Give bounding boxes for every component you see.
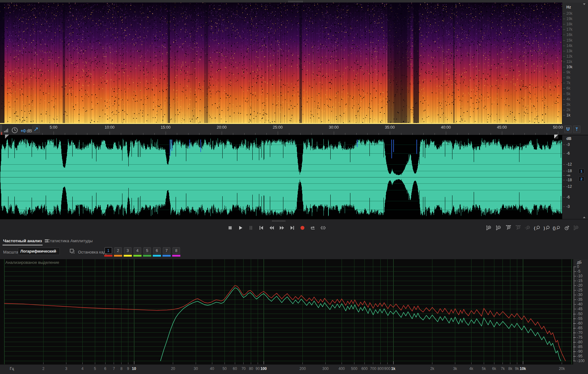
record-button[interactable] — [298, 224, 307, 232]
fade-out-handle[interactable] — [554, 135, 558, 139]
hold-frame-8[interactable]: 8 — [172, 247, 180, 257]
panel-drag-bar[interactable] — [0, 0, 588, 3]
freq-axis-label: 300 — [322, 366, 329, 371]
freq-label: 2k — [566, 108, 570, 112]
freq-axis-label: 400 — [338, 366, 345, 371]
rewind-button[interactable] — [267, 224, 276, 232]
freq-axis-label: 60 — [233, 366, 237, 371]
zoom-in-vertical-button[interactable] — [485, 224, 493, 232]
hold-frame-4[interactable]: 4 — [133, 247, 142, 257]
amplitude-scale[interactable]: dB -3-6-12-18-∞-18-12-6-312 — [562, 135, 588, 219]
fast-forward-button[interactable] — [278, 224, 286, 232]
freq-axis-label: 30 — [194, 366, 198, 371]
copy-graph-button[interactable] — [69, 248, 75, 256]
hold-frame-button-3[interactable]: 3 — [124, 247, 132, 254]
hold-frame-2[interactable]: 2 — [114, 247, 122, 257]
db-scale-title: dB — [566, 136, 571, 141]
db-label: -18 — [566, 178, 572, 182]
hold-frame-6[interactable]: 6 — [153, 247, 161, 257]
pin-playhead-button[interactable] — [32, 126, 40, 133]
snap-toggle-button[interactable] — [564, 126, 572, 133]
skip-forward-button[interactable] — [288, 224, 296, 232]
zoom-out-vertical-button[interactable] — [494, 224, 503, 232]
freq-axis-label: 600 — [361, 366, 368, 371]
freq-tick — [563, 19, 565, 19]
pause-button[interactable] — [247, 224, 255, 232]
hold-frame-button-8[interactable]: 8 — [173, 247, 180, 254]
freq-tick — [563, 110, 565, 110]
drag-handle-dots[interactable] — [288, 1, 303, 2]
freq-tick — [563, 62, 565, 62]
timeline-ruler-row[interactable]: +0dB 5:0010:0015:0020:0025:0030:0035:004… — [0, 124, 588, 135]
marker-button[interactable] — [573, 126, 580, 133]
zoom-selection-button[interactable]: {} — [553, 224, 561, 232]
db-axis-label: -30 — [577, 293, 582, 297]
loop-playback-button[interactable] — [309, 224, 317, 232]
ruler-time-label: 35:00 — [385, 125, 395, 130]
zoom-out-horizontal-button[interactable] — [514, 224, 522, 232]
drag-handle-dots[interactable] — [272, 220, 286, 222]
panel-grip[interactable] — [0, 125, 2, 135]
waveform-canvas[interactable] — [0, 135, 562, 219]
freq-axis-label: 200 — [300, 366, 306, 371]
db-label: -12 — [566, 162, 572, 167]
zoom-in-point-icon — [535, 225, 541, 231]
hold-frame-button-7[interactable]: 7 — [163, 247, 170, 254]
zoom-reset-button[interactable] — [524, 224, 532, 232]
scrollbar-up-arrow-icon[interactable] — [583, 3, 585, 5]
zoom-vertical-selection-button[interactable] — [572, 224, 580, 232]
freq-axis-label: 9k — [515, 366, 519, 371]
zoom-timed-button[interactable] — [562, 224, 571, 232]
freq-scale-title: Hz — [566, 5, 571, 9]
skip-back-button[interactable] — [257, 224, 265, 232]
frequency-scale[interactable]: Hz 20k19k18k17k16k15k14k13k12k11k10k9k8k… — [562, 3, 588, 124]
channel-badge-1[interactable]: 1 — [579, 169, 584, 174]
db-axis-label: -50 — [577, 312, 582, 316]
level-meter-icon[interactable] — [4, 128, 9, 134]
db-axis-label: -80 — [577, 340, 582, 344]
hold-frame-button-6[interactable]: 6 — [153, 247, 161, 254]
hold-frame-button-5[interactable]: 5 — [143, 247, 151, 254]
hold-frame-button-4[interactable]: 4 — [134, 247, 141, 254]
skip-selection-button[interactable] — [319, 224, 327, 232]
spectrogram-canvas[interactable] — [0, 3, 562, 124]
hold-frame-1[interactable]: 1 — [104, 247, 112, 257]
gain-control[interactable]: +0dB — [21, 128, 32, 134]
freq-label: 11k — [566, 59, 572, 64]
db-tick — [563, 187, 565, 187]
freq-axis-label: 40 — [210, 366, 214, 371]
tab-label: Частотный анализ — [3, 238, 42, 243]
chart-frequency-axis: Гц 2345678910203040506070809010020030040… — [0, 364, 573, 374]
scrollbar-down-arrow-icon[interactable] — [583, 217, 585, 218]
ruler-time-label: 20:00 — [217, 125, 226, 130]
freq-tick — [563, 29, 565, 30]
zoom-out-point-button[interactable]: } — [543, 224, 551, 232]
hold-frame-button-1[interactable]: 1 — [105, 247, 112, 254]
play-button[interactable] — [236, 224, 245, 232]
hold-frame-color-bar — [153, 255, 161, 257]
freq-axis-label: 10 — [132, 366, 136, 371]
freq-tick — [563, 67, 565, 67]
tab-frequency-analysis[interactable]: Частотный анализ — [3, 238, 49, 243]
scale-dropdown[interactable]: Логарифмический — [18, 248, 60, 255]
freq-axis-label: 5k — [482, 366, 486, 371]
clock-icon[interactable] — [11, 127, 18, 135]
freq-axis-label: 70 — [241, 366, 245, 371]
channel-badge-2[interactable]: 2 — [579, 177, 584, 182]
zoom-in-horizontal-button[interactable] — [504, 224, 513, 232]
hold-frame-7[interactable]: 7 — [162, 247, 171, 257]
loop-playback-icon — [310, 225, 316, 231]
hold-frame-color-bar — [143, 255, 151, 257]
stop-button[interactable] — [226, 224, 234, 232]
ruler-tick — [300, 133, 301, 135]
freq-axis-label: 500 — [351, 366, 357, 371]
hold-frame-button-2[interactable]: 2 — [114, 247, 122, 254]
tab-amplitude-statistics[interactable]: Статистика Амплитуды — [47, 238, 93, 243]
zoom-in-point-button[interactable]: { — [533, 224, 542, 232]
hold-frame-3[interactable]: 3 — [124, 247, 132, 257]
freq-axis-label: 20k — [559, 366, 565, 371]
ruler-tick — [143, 133, 143, 135]
fade-in-handle[interactable] — [5, 135, 9, 139]
hold-frame-5[interactable]: 5 — [143, 247, 151, 257]
ruler-tick — [435, 133, 435, 135]
